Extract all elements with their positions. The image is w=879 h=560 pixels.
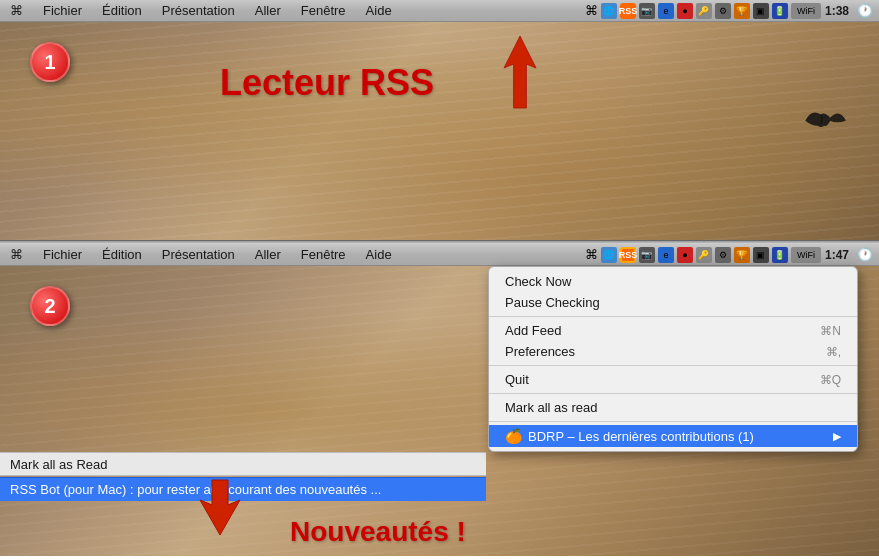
menu-mark-all-read-label: Mark all as read xyxy=(505,400,597,415)
rec-icon: ● xyxy=(677,3,693,19)
up-arrow-icon xyxy=(490,32,550,112)
menu-quit[interactable]: Quit ⌘Q xyxy=(489,369,857,390)
mark-all-read-text: Mark all as Read xyxy=(10,457,108,472)
top-menu-aide[interactable]: Aide xyxy=(362,2,396,19)
down-arrow-icon xyxy=(185,475,255,540)
bottom-menu-fichier[interactable]: Fichier xyxy=(39,246,86,263)
menu-bdrp-text: BDRP – Les dernières contributions (1) xyxy=(528,429,754,444)
rec-icon-2: ● xyxy=(677,247,693,263)
bottom-menu-fenetre[interactable]: Fenêtre xyxy=(297,246,350,263)
clock-icon-2: 🕐 xyxy=(857,247,873,262)
apple-menu[interactable]: ⌘ xyxy=(6,2,27,19)
rss-icon-top: RSS xyxy=(620,3,636,19)
key-icon-2: 🔑 xyxy=(696,247,712,263)
cmd-icon-2: ⌘ xyxy=(585,247,598,262)
menu-bdrp[interactable]: 🍊 BDRP – Les dernières contributions (1)… xyxy=(489,425,857,447)
browser-icon-2: e xyxy=(658,247,674,263)
app-icon-2: ▣ xyxy=(753,247,769,263)
menu-quit-label: Quit xyxy=(505,372,529,387)
bottom-desktop: 2 Check Now Pause Checking Add Feed ⌘N P… xyxy=(0,266,879,556)
arrow-up-area xyxy=(490,32,550,116)
network-icon-2: 🌐 xyxy=(601,247,617,263)
bottom-menu-presentation[interactable]: Présentation xyxy=(158,246,239,263)
wifi-icon: WiFi xyxy=(791,3,821,19)
cmd-icon: ⌘ xyxy=(585,3,598,18)
top-menubar: ⌘ Fichier Édition Présentation Aller Fen… xyxy=(0,0,879,22)
menu-add-feed-label: Add Feed xyxy=(505,323,561,338)
trophy-icon-2: 🏆 xyxy=(734,247,750,263)
bottom-menu-edition[interactable]: Édition xyxy=(98,246,146,263)
apple-menu-bottom[interactable]: ⌘ xyxy=(6,246,27,263)
bottom-menubar-right: ⌘ 🌐 RSS 📷 e ● 🔑 ⚙ 🏆 ▣ 🔋 WiFi 1:47 🕐 xyxy=(585,247,873,263)
step-1-badge: 1 xyxy=(30,42,70,82)
svg-marker-2 xyxy=(200,480,240,535)
bottom-menubar-icons: ⌘ 🌐 RSS 📷 e ● 🔑 ⚙ 🏆 ▣ 🔋 WiFi xyxy=(585,247,821,263)
rss-icon-bottom: RSS xyxy=(620,247,636,263)
menu-preferences[interactable]: Preferences ⌘, xyxy=(489,341,857,362)
top-section: ⌘ Fichier Édition Présentation Aller Fen… xyxy=(0,0,879,240)
gear-icon: ⚙ xyxy=(715,3,731,19)
top-menu-presentation[interactable]: Présentation xyxy=(158,2,239,19)
menu-check-now-label: Check Now xyxy=(505,274,571,289)
bottom-menu-aide[interactable]: Aide xyxy=(362,246,396,263)
menu-preferences-label: Preferences xyxy=(505,344,575,359)
menu-bdrp-label-wrapper: 🍊 BDRP – Les dernières contributions (1) xyxy=(505,428,754,444)
step-2-badge: 2 xyxy=(30,286,70,326)
bottom-menubar: ⌘ Fichier Édition Présentation Aller Fen… xyxy=(0,244,879,266)
bottom-time: 1:47 xyxy=(825,248,849,262)
context-menu[interactable]: Check Now Pause Checking Add Feed ⌘N Pre… xyxy=(488,266,858,452)
menu-sep-2 xyxy=(489,365,857,366)
clock-icon: 🕐 xyxy=(857,3,873,18)
eagle-icon xyxy=(799,102,849,140)
down-arrow-area xyxy=(185,475,255,544)
battery-icon: 🔋 xyxy=(772,3,788,19)
menu-preferences-shortcut: ⌘, xyxy=(826,345,841,359)
app-icon: ▣ xyxy=(753,3,769,19)
svg-marker-1 xyxy=(504,36,536,108)
bdrp-icon: 🍊 xyxy=(505,428,522,444)
menubar-right-area: ⌘ 🌐 RSS 📷 e ● 🔑 ⚙ 🏆 ▣ 🔋 WiFi 1:38 🕐 xyxy=(585,3,873,19)
menu-pause-checking[interactable]: Pause Checking xyxy=(489,292,857,313)
bottom-menu-aller[interactable]: Aller xyxy=(251,246,285,263)
menu-sep-4 xyxy=(489,421,857,422)
top-time: 1:38 xyxy=(825,4,849,18)
camera-icon: 📷 xyxy=(639,3,655,19)
trophy-icon: 🏆 xyxy=(734,3,750,19)
menu-quit-shortcut: ⌘Q xyxy=(820,373,841,387)
browser-icon: e xyxy=(658,3,674,19)
nouveautes-title: Nouveautés ! xyxy=(290,516,466,548)
menu-sep-3 xyxy=(489,393,857,394)
menu-pause-checking-label: Pause Checking xyxy=(505,295,600,310)
menu-check-now[interactable]: Check Now xyxy=(489,271,857,292)
bottom-section: ⌘ Fichier Édition Présentation Aller Fen… xyxy=(0,244,879,558)
eagle-silhouette xyxy=(799,102,849,142)
network-icon: 🌐 xyxy=(601,3,617,19)
submenu-arrow-icon: ▶ xyxy=(833,430,841,443)
top-menu-fenetre[interactable]: Fenêtre xyxy=(297,2,350,19)
menu-add-feed[interactable]: Add Feed ⌘N xyxy=(489,320,857,341)
key-icon: 🔑 xyxy=(696,3,712,19)
battery-icon-2: 🔋 xyxy=(772,247,788,263)
mark-all-read-bar[interactable]: Mark all as Read xyxy=(0,452,486,476)
top-menu-aller[interactable]: Aller xyxy=(251,2,285,19)
menu-sep-1 xyxy=(489,316,857,317)
menu-mark-all-read[interactable]: Mark all as read xyxy=(489,397,857,418)
menu-add-feed-shortcut: ⌘N xyxy=(820,324,841,338)
camera-icon-2: 📷 xyxy=(639,247,655,263)
gear-icon-2: ⚙ xyxy=(715,247,731,263)
wifi-icon-2: WiFi xyxy=(791,247,821,263)
top-menu-edition[interactable]: Édition xyxy=(98,2,146,19)
menubar-icons: ⌘ 🌐 RSS 📷 e ● 🔑 ⚙ 🏆 ▣ 🔋 WiFi xyxy=(585,3,821,19)
top-desktop: 1 Lecteur RSS xyxy=(0,22,879,240)
rss-title: Lecteur RSS xyxy=(220,62,434,104)
top-menu-fichier[interactable]: Fichier xyxy=(39,2,86,19)
